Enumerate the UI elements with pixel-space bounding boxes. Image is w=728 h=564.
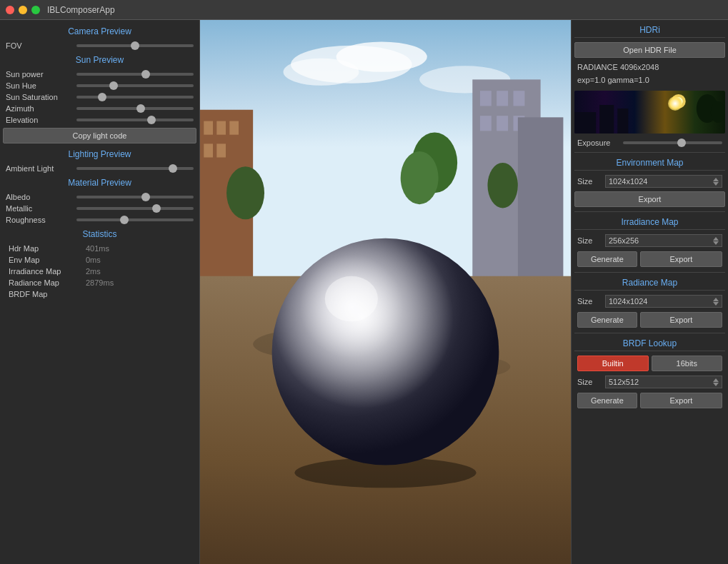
albedo-row: Albedo [3, 191, 196, 203]
stat-irradiance-map-value: 2ms [86, 267, 101, 276]
camera-preview-title: Camera Preview [3, 24, 196, 39]
env-map-size-row: Size 1024x1024 [574, 173, 725, 190]
roughness-slider[interactable] [76, 218, 194, 221]
env-map-size-value: 1024x1024 [609, 177, 647, 186]
irradiance-size-down[interactable] [713, 241, 719, 245]
stat-radiance-map-value: 2879ms [86, 278, 114, 287]
hdr-preview-svg [574, 91, 725, 134]
irradiance-size-arrows[interactable] [713, 237, 719, 245]
stat-radiance-map: Radiance Map 2879ms [3, 277, 196, 288]
radiance-map-title: Radiance Map [574, 276, 725, 291]
env-map-size-label: Size [577, 177, 602, 186]
irradiance-size-label: Size [577, 236, 602, 245]
env-map-size-up[interactable] [713, 178, 719, 181]
sun-power-slider[interactable] [76, 73, 194, 76]
radiance-generate-button[interactable]: Generate [577, 312, 637, 328]
irradiance-size-up[interactable] [713, 237, 719, 241]
svg-rect-8 [229, 121, 239, 135]
svg-rect-16 [497, 116, 508, 131]
sun-hue-slider[interactable] [76, 84, 194, 87]
stat-irradiance-map-label: Irradiance Map [9, 267, 80, 276]
sun-saturation-slider[interactable] [76, 96, 194, 99]
scene-svg [200, 20, 571, 564]
env-map-size-box[interactable]: 1024x1024 [605, 175, 722, 188]
ambient-light-slider[interactable] [76, 167, 194, 170]
radiance-size-up[interactable] [713, 298, 719, 301]
radiance-export-button[interactable]: Export [640, 312, 722, 328]
albedo-slider[interactable] [76, 196, 194, 198]
svg-rect-7 [216, 121, 226, 135]
divider-4 [574, 333, 725, 333]
env-map-size-down[interactable] [713, 182, 719, 186]
brdf-size-box[interactable]: 512x512 [605, 376, 722, 388]
sun-power-row: Sun power [3, 69, 196, 80]
statistics-title: Statistics [3, 227, 196, 241]
exposure-label: Exposure [577, 139, 620, 147]
brdf-export-button[interactable]: Export [640, 393, 722, 408]
azimuth-row: Azimuth [3, 103, 196, 114]
divider-2 [574, 211, 725, 212]
window-controls[interactable] [6, 6, 40, 14]
irradiance-map-title: Irradiance Map [574, 215, 725, 230]
minimize-button[interactable] [19, 6, 27, 14]
viewport[interactable] [200, 20, 571, 564]
irradiance-size-box[interactable]: 256x256 [605, 234, 722, 247]
open-hdr-button[interactable]: Open HDR File [574, 42, 725, 58]
brdf-size-label: Size [577, 378, 602, 386]
radiance-size-box[interactable]: 1024x1024 [605, 295, 722, 308]
brdf-builtin-button[interactable]: Builtin [577, 356, 649, 371]
brdf-size-down[interactable] [713, 383, 719, 386]
radiance-info-line2: exp=1.0 gamma=1.0 [577, 74, 722, 87]
hdri-title: HDRi [574, 23, 725, 38]
stat-hdr-map-value: 401ms [86, 244, 109, 253]
ambient-light-label: Ambient Light [6, 164, 74, 173]
copy-light-code-button[interactable]: Copy light code [3, 128, 196, 143]
brdf-generate-button[interactable]: Generate [577, 393, 637, 408]
irradiance-size-row: Size 256x256 [574, 232, 725, 249]
main-container: Camera Preview FOV Sun Preview Sun power… [0, 20, 728, 564]
sun-preview-title: Sun Preview [3, 53, 196, 67]
divider-3 [574, 272, 725, 273]
irradiance-generate-button[interactable]: Generate [577, 251, 637, 267]
close-button[interactable] [6, 6, 14, 14]
env-map-title: Environment Map [574, 156, 725, 171]
ambient-light-row: Ambient Light [3, 163, 196, 174]
radiance-size-arrows[interactable] [713, 298, 719, 306]
metallic-label: Metallic [6, 204, 74, 213]
stat-brdf-map-label: BRDF Map [9, 290, 80, 298]
fov-slider[interactable] [76, 44, 194, 47]
right-panel: HDRi Open HDR File RADIANCE 4096x2048 ex… [571, 20, 728, 564]
maximize-button[interactable] [31, 6, 40, 14]
app-title: IBLComposerApp [47, 5, 115, 15]
elevation-row: Elevation [3, 114, 196, 126]
radiance-info-line1: RADIANCE 4096x2048 [577, 61, 722, 74]
brdf-size-value: 512x512 [609, 378, 639, 386]
sun-saturation-row: Sun Saturation [3, 91, 196, 103]
irradiance-export-button[interactable]: Export [640, 251, 722, 267]
env-map-size-arrows[interactable] [713, 178, 719, 186]
brdf-size-arrows[interactable] [713, 378, 719, 386]
stat-hdr-map-label: Hdr Map [9, 244, 80, 253]
radiance-action-row: Generate Export [574, 310, 725, 330]
svg-point-21 [487, 163, 517, 208]
sun-hue-row: Sun Hue [3, 80, 196, 91]
svg-rect-15 [480, 116, 492, 131]
divider-1 [574, 152, 725, 153]
radiance-size-down[interactable] [713, 302, 719, 306]
svg-rect-32 [599, 105, 614, 134]
azimuth-slider[interactable] [76, 107, 194, 110]
elevation-slider[interactable] [76, 119, 194, 121]
env-map-export-button[interactable]: Export [574, 191, 725, 207]
brdf-size-up[interactable] [713, 378, 719, 382]
elevation-label: Elevation [6, 116, 74, 124]
albedo-label: Albedo [6, 193, 74, 201]
svg-rect-14 [514, 91, 525, 106]
brdf-size-row: Size 512x512 [574, 373, 725, 391]
stat-brdf-map: BRDF Map [3, 288, 196, 300]
brdf-16bits-button[interactable]: 16bits [652, 356, 723, 371]
material-preview-title: Material Preview [3, 176, 196, 190]
scene-background [200, 20, 571, 564]
metallic-slider[interactable] [76, 207, 194, 210]
svg-point-29 [325, 276, 378, 322]
exposure-slider[interactable] [623, 141, 722, 144]
